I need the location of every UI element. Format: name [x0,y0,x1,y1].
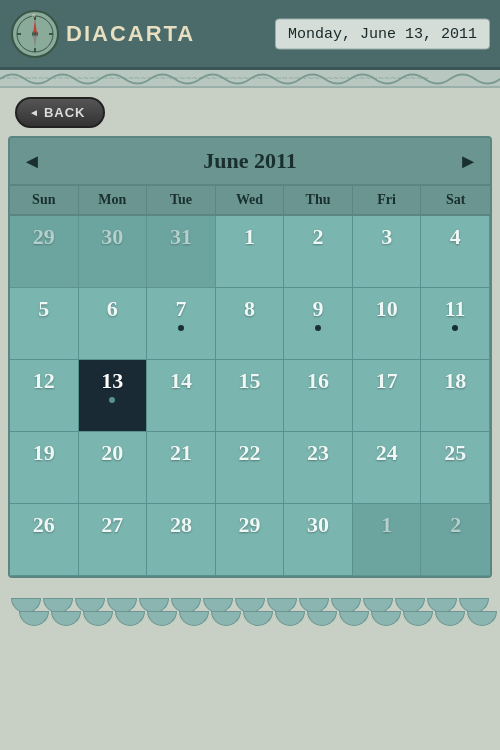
calendar-day-26[interactable]: 26 [10,504,79,576]
day-number: 28 [170,512,192,538]
next-month-button[interactable]: ► [458,150,478,173]
scallop [435,611,465,626]
calendar-container: ◄ June 2011 ► SunMonTueWedThuFriSat 2930… [8,136,492,578]
day-number: 29 [238,512,260,538]
event-dot [452,325,458,331]
day-number: 25 [444,440,466,466]
day-number: 12 [33,368,55,394]
day-number: 21 [170,440,192,466]
calendar-day-22[interactable]: 22 [216,432,285,504]
scallop [339,611,369,626]
back-button[interactable]: BACK [15,97,105,128]
app-header: N DIACARTA Monday, June 13, 2011 [0,0,500,70]
scallop [467,611,497,626]
bottom-area [0,578,500,698]
day-header-tue: Tue [147,186,216,214]
calendar-day-13[interactable]: 13 [79,360,148,432]
scallop [179,611,209,626]
day-number: 2 [313,224,324,250]
event-dot [109,397,115,403]
day-number: 16 [307,368,329,394]
day-header-wed: Wed [216,186,285,214]
day-header-sun: Sun [10,186,79,214]
day-number: 22 [238,440,260,466]
scallop [243,611,273,626]
calendar-day-25[interactable]: 25 [421,432,490,504]
calendar-day-30[interactable]: 30 [284,504,353,576]
day-header-fri: Fri [353,186,422,214]
day-header-mon: Mon [79,186,148,214]
day-number: 8 [244,296,255,322]
calendar-day-30-other[interactable]: 30 [79,216,148,288]
day-number: 30 [101,224,123,250]
day-number: 31 [170,224,192,250]
month-year-label: June 2011 [203,148,297,174]
calendar-day-20[interactable]: 20 [79,432,148,504]
calendar-day-31-other[interactable]: 31 [147,216,216,288]
calendar-day-7[interactable]: 7 [147,288,216,360]
day-number: 24 [376,440,398,466]
day-number: 14 [170,368,192,394]
prev-month-button[interactable]: ◄ [22,150,42,173]
calendar-day-15[interactable]: 15 [216,360,285,432]
calendar-day-1-other[interactable]: 1 [353,504,422,576]
scallop [211,611,241,626]
calendar-day-8[interactable]: 8 [216,288,285,360]
calendar-day-29-other[interactable]: 29 [10,216,79,288]
calendar-header: ◄ June 2011 ► [10,138,490,186]
calendar-day-6[interactable]: 6 [79,288,148,360]
logo-area: N DIACARTA [10,9,195,59]
day-number: 1 [244,224,255,250]
date-display: Monday, June 13, 2011 [275,18,490,49]
day-number: 18 [444,368,466,394]
calendar-day-3[interactable]: 3 [353,216,422,288]
calendar-day-24[interactable]: 24 [353,432,422,504]
calendar-day-28[interactable]: 28 [147,504,216,576]
scallop [51,611,81,626]
calendar-day-2[interactable]: 2 [284,216,353,288]
event-dot [315,325,321,331]
day-number: 11 [445,296,466,322]
calendar-day-11[interactable]: 11 [421,288,490,360]
back-area: BACK [0,88,500,136]
calendar-day-1[interactable]: 1 [216,216,285,288]
scallop [403,611,433,626]
calendar-day-4[interactable]: 4 [421,216,490,288]
calendar-day-19[interactable]: 19 [10,432,79,504]
scallop [147,611,177,626]
scallop [19,611,49,626]
day-number: 27 [101,512,123,538]
calendar-grid: 2930311234567891011121314151617181920212… [10,216,490,576]
day-headers-row: SunMonTueWedThuFriSat [10,186,490,216]
calendar-day-18[interactable]: 18 [421,360,490,432]
calendar-day-27[interactable]: 27 [79,504,148,576]
calendar-day-12[interactable]: 12 [10,360,79,432]
scallop [307,611,337,626]
day-number: 13 [101,368,123,394]
logo-text: DIACARTA [66,21,195,47]
calendar-day-23[interactable]: 23 [284,432,353,504]
scallop [115,611,145,626]
scallop [83,611,113,626]
calendar-day-10[interactable]: 10 [353,288,422,360]
day-number: 6 [107,296,118,322]
calendar-day-5[interactable]: 5 [10,288,79,360]
day-number: 1 [381,512,392,538]
calendar-day-9[interactable]: 9 [284,288,353,360]
calendar-day-2-other[interactable]: 2 [421,504,490,576]
day-number: 26 [33,512,55,538]
calendar-day-29[interactable]: 29 [216,504,285,576]
svg-text:N: N [32,13,36,18]
day-number: 3 [381,224,392,250]
calendar-day-21[interactable]: 21 [147,432,216,504]
scallop-decoration-row2 [0,611,500,626]
day-number: 9 [313,296,324,322]
calendar-day-17[interactable]: 17 [353,360,422,432]
day-number: 5 [38,296,49,322]
day-number: 23 [307,440,329,466]
day-header-thu: Thu [284,186,353,214]
calendar-day-14[interactable]: 14 [147,360,216,432]
day-number: 19 [33,440,55,466]
event-dot [178,325,184,331]
calendar-day-16[interactable]: 16 [284,360,353,432]
